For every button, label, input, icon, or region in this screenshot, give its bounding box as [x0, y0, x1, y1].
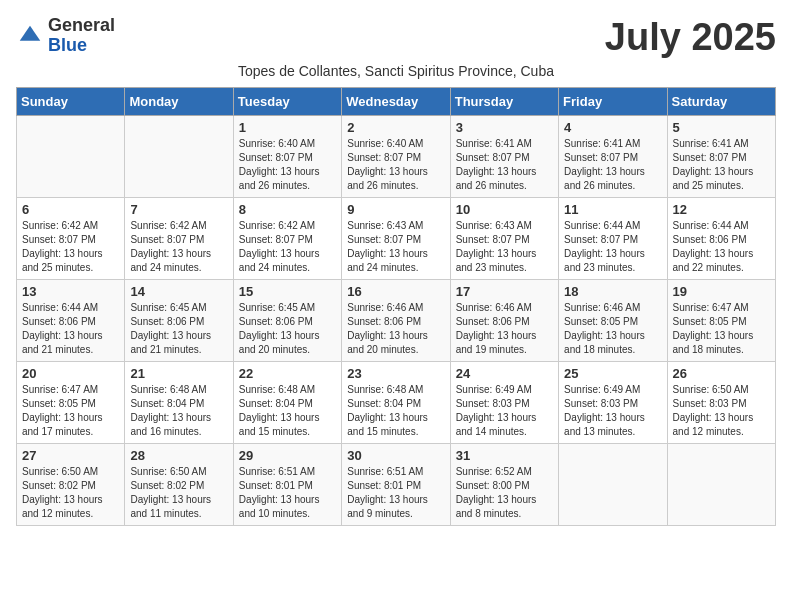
calendar-cell: 29Sunrise: 6:51 AMSunset: 8:01 PMDayligh… — [233, 444, 341, 526]
day-info: Sunrise: 6:42 AMSunset: 8:07 PMDaylight:… — [239, 220, 320, 273]
day-number: 31 — [456, 448, 553, 463]
subtitle: Topes de Collantes, Sancti Spiritus Prov… — [16, 63, 776, 79]
day-number: 22 — [239, 366, 336, 381]
day-number: 18 — [564, 284, 661, 299]
header-saturday: Saturday — [667, 88, 775, 116]
day-info: Sunrise: 6:49 AMSunset: 8:03 PMDaylight:… — [456, 384, 537, 437]
day-number: 14 — [130, 284, 227, 299]
calendar-week-3: 13Sunrise: 6:44 AMSunset: 8:06 PMDayligh… — [17, 280, 776, 362]
day-info: Sunrise: 6:48 AMSunset: 8:04 PMDaylight:… — [239, 384, 320, 437]
header-thursday: Thursday — [450, 88, 558, 116]
day-info: Sunrise: 6:46 AMSunset: 8:06 PMDaylight:… — [456, 302, 537, 355]
day-number: 16 — [347, 284, 444, 299]
day-info: Sunrise: 6:44 AMSunset: 8:06 PMDaylight:… — [22, 302, 103, 355]
day-number: 1 — [239, 120, 336, 135]
day-info: Sunrise: 6:41 AMSunset: 8:07 PMDaylight:… — [456, 138, 537, 191]
day-number: 17 — [456, 284, 553, 299]
day-info: Sunrise: 6:42 AMSunset: 8:07 PMDaylight:… — [130, 220, 211, 273]
calendar-cell: 23Sunrise: 6:48 AMSunset: 8:04 PMDayligh… — [342, 362, 450, 444]
day-number: 4 — [564, 120, 661, 135]
calendar-cell: 1Sunrise: 6:40 AMSunset: 8:07 PMDaylight… — [233, 116, 341, 198]
day-number: 25 — [564, 366, 661, 381]
calendar-cell: 4Sunrise: 6:41 AMSunset: 8:07 PMDaylight… — [559, 116, 667, 198]
calendar-week-5: 27Sunrise: 6:50 AMSunset: 8:02 PMDayligh… — [17, 444, 776, 526]
day-number: 28 — [130, 448, 227, 463]
day-info: Sunrise: 6:50 AMSunset: 8:02 PMDaylight:… — [22, 466, 103, 519]
day-info: Sunrise: 6:43 AMSunset: 8:07 PMDaylight:… — [347, 220, 428, 273]
calendar-table: Sunday Monday Tuesday Wednesday Thursday… — [16, 87, 776, 526]
calendar-week-4: 20Sunrise: 6:47 AMSunset: 8:05 PMDayligh… — [17, 362, 776, 444]
calendar-cell: 5Sunrise: 6:41 AMSunset: 8:07 PMDaylight… — [667, 116, 775, 198]
calendar-cell: 19Sunrise: 6:47 AMSunset: 8:05 PMDayligh… — [667, 280, 775, 362]
day-number: 11 — [564, 202, 661, 217]
day-number: 9 — [347, 202, 444, 217]
logo-general-text: General — [48, 16, 115, 36]
day-info: Sunrise: 6:44 AMSunset: 8:06 PMDaylight:… — [673, 220, 754, 273]
calendar-cell: 26Sunrise: 6:50 AMSunset: 8:03 PMDayligh… — [667, 362, 775, 444]
day-info: Sunrise: 6:47 AMSunset: 8:05 PMDaylight:… — [22, 384, 103, 437]
calendar-cell: 6Sunrise: 6:42 AMSunset: 8:07 PMDaylight… — [17, 198, 125, 280]
day-number: 29 — [239, 448, 336, 463]
day-number: 15 — [239, 284, 336, 299]
day-number: 24 — [456, 366, 553, 381]
calendar-cell: 2Sunrise: 6:40 AMSunset: 8:07 PMDaylight… — [342, 116, 450, 198]
calendar-cell: 31Sunrise: 6:52 AMSunset: 8:00 PMDayligh… — [450, 444, 558, 526]
svg-marker-0 — [20, 26, 41, 41]
calendar-cell — [667, 444, 775, 526]
calendar-cell: 22Sunrise: 6:48 AMSunset: 8:04 PMDayligh… — [233, 362, 341, 444]
day-number: 30 — [347, 448, 444, 463]
day-number: 5 — [673, 120, 770, 135]
calendar-cell: 11Sunrise: 6:44 AMSunset: 8:07 PMDayligh… — [559, 198, 667, 280]
calendar-cell — [17, 116, 125, 198]
day-number: 12 — [673, 202, 770, 217]
day-number: 27 — [22, 448, 119, 463]
logo: General Blue — [16, 16, 115, 56]
calendar-cell: 27Sunrise: 6:50 AMSunset: 8:02 PMDayligh… — [17, 444, 125, 526]
day-info: Sunrise: 6:52 AMSunset: 8:00 PMDaylight:… — [456, 466, 537, 519]
day-number: 20 — [22, 366, 119, 381]
day-info: Sunrise: 6:50 AMSunset: 8:03 PMDaylight:… — [673, 384, 754, 437]
day-info: Sunrise: 6:43 AMSunset: 8:07 PMDaylight:… — [456, 220, 537, 273]
logo-text: General Blue — [48, 16, 115, 56]
day-number: 8 — [239, 202, 336, 217]
day-info: Sunrise: 6:46 AMSunset: 8:05 PMDaylight:… — [564, 302, 645, 355]
calendar-cell: 9Sunrise: 6:43 AMSunset: 8:07 PMDaylight… — [342, 198, 450, 280]
day-number: 26 — [673, 366, 770, 381]
calendar-cell: 20Sunrise: 6:47 AMSunset: 8:05 PMDayligh… — [17, 362, 125, 444]
calendar-cell: 17Sunrise: 6:46 AMSunset: 8:06 PMDayligh… — [450, 280, 558, 362]
calendar-cell: 18Sunrise: 6:46 AMSunset: 8:05 PMDayligh… — [559, 280, 667, 362]
calendar-cell: 30Sunrise: 6:51 AMSunset: 8:01 PMDayligh… — [342, 444, 450, 526]
day-info: Sunrise: 6:46 AMSunset: 8:06 PMDaylight:… — [347, 302, 428, 355]
header-monday: Monday — [125, 88, 233, 116]
day-info: Sunrise: 6:49 AMSunset: 8:03 PMDaylight:… — [564, 384, 645, 437]
day-info: Sunrise: 6:45 AMSunset: 8:06 PMDaylight:… — [239, 302, 320, 355]
day-number: 10 — [456, 202, 553, 217]
day-info: Sunrise: 6:51 AMSunset: 8:01 PMDaylight:… — [347, 466, 428, 519]
calendar-cell: 25Sunrise: 6:49 AMSunset: 8:03 PMDayligh… — [559, 362, 667, 444]
calendar-cell: 21Sunrise: 6:48 AMSunset: 8:04 PMDayligh… — [125, 362, 233, 444]
day-number: 21 — [130, 366, 227, 381]
calendar-cell: 24Sunrise: 6:49 AMSunset: 8:03 PMDayligh… — [450, 362, 558, 444]
day-number: 6 — [22, 202, 119, 217]
day-info: Sunrise: 6:48 AMSunset: 8:04 PMDaylight:… — [130, 384, 211, 437]
day-info: Sunrise: 6:41 AMSunset: 8:07 PMDaylight:… — [564, 138, 645, 191]
day-number: 3 — [456, 120, 553, 135]
calendar-cell: 7Sunrise: 6:42 AMSunset: 8:07 PMDaylight… — [125, 198, 233, 280]
day-info: Sunrise: 6:42 AMSunset: 8:07 PMDaylight:… — [22, 220, 103, 273]
day-number: 2 — [347, 120, 444, 135]
calendar-cell: 28Sunrise: 6:50 AMSunset: 8:02 PMDayligh… — [125, 444, 233, 526]
header-tuesday: Tuesday — [233, 88, 341, 116]
calendar-cell — [559, 444, 667, 526]
calendar-cell — [125, 116, 233, 198]
calendar-cell: 14Sunrise: 6:45 AMSunset: 8:06 PMDayligh… — [125, 280, 233, 362]
day-number: 19 — [673, 284, 770, 299]
calendar-cell: 15Sunrise: 6:45 AMSunset: 8:06 PMDayligh… — [233, 280, 341, 362]
calendar-week-2: 6Sunrise: 6:42 AMSunset: 8:07 PMDaylight… — [17, 198, 776, 280]
calendar-cell: 13Sunrise: 6:44 AMSunset: 8:06 PMDayligh… — [17, 280, 125, 362]
calendar-cell: 16Sunrise: 6:46 AMSunset: 8:06 PMDayligh… — [342, 280, 450, 362]
day-info: Sunrise: 6:40 AMSunset: 8:07 PMDaylight:… — [347, 138, 428, 191]
day-info: Sunrise: 6:50 AMSunset: 8:02 PMDaylight:… — [130, 466, 211, 519]
day-info: Sunrise: 6:48 AMSunset: 8:04 PMDaylight:… — [347, 384, 428, 437]
page-header: General Blue July 2025 — [16, 16, 776, 59]
header-friday: Friday — [559, 88, 667, 116]
